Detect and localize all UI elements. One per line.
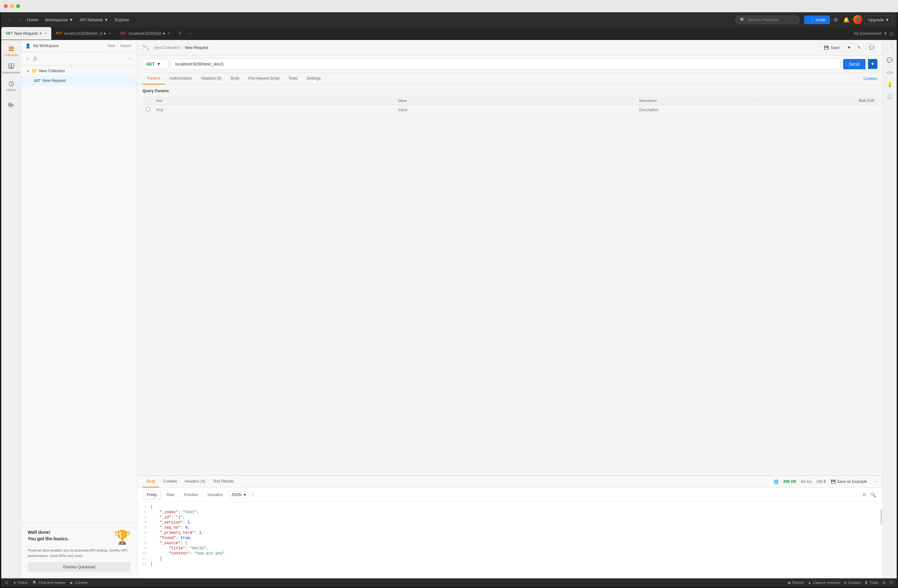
sidebar-item-environments[interactable]: Environments [3,60,20,77]
more-icon[interactable]: ⋯ [756,99,760,103]
format-raw-button[interactable]: Raw [162,491,178,499]
param-key-input[interactable] [157,107,391,112]
capture-requests-button[interactable]: ▲ Capture requests [808,580,840,585]
workspaces-nav[interactable]: Workspaces ▼ [42,16,76,24]
new-tab-button[interactable]: + [175,27,185,40]
scrollbar[interactable] [881,510,882,525]
method-selector[interactable]: GET ▼ [143,59,168,69]
right-sidebar-lightbulb-button[interactable]: 💡 [884,79,895,90]
environment-selector[interactable]: No Environment ▼ ◫ [850,27,897,40]
collection-item[interactable]: ▼ 📁 New Collection [21,66,137,76]
right-sidebar-info-button[interactable]: ⓘ [885,91,895,103]
response-section: Body Cookies Headers (4) Test Results 🌐 … [137,475,883,578]
tab-tests[interactable]: Tests [284,73,302,84]
help-button[interactable]: ⓘ [889,580,893,585]
layout-icon: ☷ [5,580,8,585]
statusbar-console[interactable]: ▶ Console [70,580,88,585]
save-example-button[interactable]: 💾 Save as Example [831,479,867,484]
api-network-nav[interactable]: API Network ▼ [77,16,111,24]
close-button[interactable] [4,4,8,8]
sidebar-item-history[interactable]: History [3,77,20,95]
upgrade-button[interactable]: Upgrade ▼ [864,15,893,24]
tab-authorization[interactable]: Authorization [165,73,197,84]
environment-icon[interactable]: ◫ [889,31,893,36]
code-line-4: 4 "_version": 1, [137,520,883,525]
settings-icon[interactable]: ⚙ [832,15,840,25]
bulk-edit-button[interactable]: Bulk Edit [859,98,874,103]
request-actions: 💾 Save ▼ ✎ 💬 [820,43,877,52]
folder-icon: 📁 [32,68,37,74]
app-window: ← → Home Workspaces ▼ API Network ▼ Expl… [1,12,897,587]
cookies-link[interactable]: Cookies [864,77,877,81]
res-tab-body[interactable]: Body [143,476,159,487]
add-collection-btn[interactable]: + [25,55,30,62]
param-checkbox[interactable] [146,107,150,111]
sidebar-item-collections[interactable]: Collections [3,43,20,60]
res-tab-test-results[interactable]: Test Results [209,476,238,487]
new-workspace-button[interactable]: New [106,43,117,49]
res-tab-cookies[interactable]: Cookies [159,476,181,487]
format-pretty-button[interactable]: Pretty [143,491,161,499]
tab-headers[interactable]: Headers (6) [197,73,226,84]
param-desc-input[interactable] [639,107,874,112]
history-icon [8,81,14,87]
minimize-button[interactable] [10,4,14,8]
tab-get-new-request[interactable]: GET New Request ✕ [1,27,52,40]
tab-params[interactable]: Params [143,73,165,84]
request-item-get-new[interactable]: GET New Request [21,76,137,85]
home-nav[interactable]: Home [25,16,41,24]
grid-button[interactable]: ⊕ [883,580,886,585]
tab-put-request[interactable]: PUT localhost:9200/test/_d ✕ [52,27,116,40]
tab-del-request[interactable]: DEL localhost:9200/test ✕ [116,27,175,40]
invite-button[interactable]: 👥 Invite [804,15,830,24]
runner-button[interactable]: ▶ Runner [788,580,804,585]
back-button[interactable]: ← [5,16,14,23]
bell-icon[interactable]: 🔔 [841,15,851,25]
search-response-button[interactable]: 🔍 [869,491,877,499]
sidebar-item-new[interactable] [3,99,20,112]
statusbar-layout[interactable]: ☷ [5,580,8,585]
breadcrumb-collection[interactable]: New Collection [154,46,180,50]
explore-nav[interactable]: Explore [112,16,132,24]
copy-response-button[interactable]: ⧉ [861,491,867,499]
right-sidebar-comment-button[interactable]: 💬 [884,55,895,66]
param-value-input[interactable] [398,107,632,112]
tab-settings[interactable]: Settings [302,73,325,84]
right-sidebar-code-button[interactable]: </> [884,67,896,78]
save-button[interactable]: 💾 Save [820,43,844,52]
edit-button[interactable]: ✎ [855,43,864,52]
avatar-icon[interactable]: 👤 [853,15,862,24]
url-input[interactable] [171,59,841,69]
environments-icon [8,63,14,70]
res-tab-headers[interactable]: Headers (4) [181,476,209,487]
comment-button[interactable]: 💬 [866,43,877,52]
collections-icon [8,46,14,52]
more-options-btn[interactable]: ⋯ [127,55,133,62]
tab-close-icon[interactable]: ✕ [108,32,111,35]
filter-btn[interactable]: ☰ [32,55,38,62]
tab-pre-request[interactable]: Pre-request Script [244,73,284,84]
json-type-selector[interactable]: JSON ▼ [228,491,250,499]
format-visualize-button[interactable]: Visualize [203,491,227,499]
cookies-statusbar-button[interactable]: ● Cookies [844,580,861,585]
statusbar-find-replace[interactable]: 🔍 Find and replace [32,580,65,585]
tab-close-icon[interactable]: ✕ [168,32,170,35]
more-tabs-button[interactable]: ⋯ [185,27,194,40]
forward-button[interactable]: → [15,16,23,23]
tab-close-icon[interactable]: ✕ [44,32,47,35]
tab-body[interactable]: Body [226,73,244,84]
save-dropdown-button[interactable]: ▼ [845,43,853,52]
response-more-button[interactable]: ⋯ [873,479,877,484]
import-button[interactable]: Import [118,43,133,49]
statusbar-online[interactable]: ● Online [14,580,28,585]
send-button[interactable]: Send [843,59,866,69]
wrap-lines-button[interactable]: ⁞ [251,490,255,499]
fullscreen-button[interactable] [16,4,20,8]
trash-button[interactable]: 🗑 Trash [864,580,879,585]
add-collection-icon [8,102,14,108]
send-dropdown-button[interactable]: ▼ [868,59,877,69]
format-preview-button[interactable]: Preview [180,491,202,499]
search-bar[interactable]: 🔍 Search Postman [735,15,800,24]
right-sidebar-doc-button[interactable]: 📄 [884,43,895,54]
dismiss-quickstart-button[interactable]: Dismiss Quickstart [28,562,131,572]
